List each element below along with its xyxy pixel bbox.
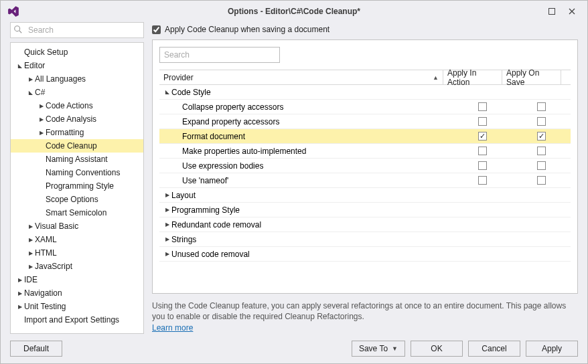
- tree-item[interactable]: ▶Code Actions: [11, 99, 143, 112]
- tree-item[interactable]: ▶All Languages: [11, 72, 143, 86]
- expand-down-icon: ◢: [27, 90, 35, 96]
- expand-right-icon: ▶: [16, 290, 24, 296]
- apply-on-save-checkbox[interactable]: [537, 161, 546, 170]
- expand-right-icon: ▶: [16, 277, 24, 283]
- provider-search-input[interactable]: [159, 47, 280, 63]
- expand-down-icon: ◢: [16, 63, 24, 69]
- tree-item-label: HTML: [35, 248, 57, 258]
- tree-item-label: Programming Style: [46, 181, 114, 191]
- tree-item-label: Naming Assistant: [46, 155, 108, 164]
- providers-panel: Provider ▲ Apply In Action Apply On Save…: [152, 39, 578, 294]
- table-header: Provider ▲ Apply In Action Apply On Save: [159, 70, 571, 85]
- table-group-row[interactable]: ▶Programming Style: [159, 203, 571, 217]
- table-row[interactable]: Use expression bodies: [159, 159, 571, 173]
- tree-item[interactable]: ▶HTML: [11, 246, 143, 260]
- tree-item-label: All Languages: [35, 74, 86, 84]
- tree-item[interactable]: ▶Unit Testing: [11, 300, 143, 313]
- row-label: Programming Style: [171, 205, 240, 215]
- tree-item[interactable]: Quick Setup: [11, 46, 143, 59]
- table-body[interactable]: ◢Code StyleCollapse property accessorsEx…: [159, 85, 571, 286]
- table-group-row[interactable]: ▶Unused code removal: [159, 247, 571, 262]
- expand-right-icon: ▶: [163, 236, 171, 242]
- expand-down-icon: ◢: [163, 89, 171, 95]
- learn-more-link[interactable]: Learn more: [152, 323, 193, 333]
- tree-item[interactable]: ▶Visual Basic: [11, 219, 143, 233]
- apply-cleanup-label: Apply Code Cleanup when saving a documen…: [165, 25, 329, 34]
- close-button[interactable]: [562, 3, 582, 19]
- maximize-button[interactable]: [542, 3, 562, 19]
- table-row[interactable]: Use 'nameof': [159, 173, 571, 188]
- apply-on-save-row[interactable]: Apply Code Cleanup when saving a documen…: [152, 22, 578, 39]
- tree-item[interactable]: Smart Semicolon: [11, 206, 143, 219]
- expand-right-icon: ▶: [27, 223, 35, 230]
- tree-item[interactable]: ◢Editor: [11, 59, 143, 72]
- apply-on-save-checkbox[interactable]: [537, 176, 546, 185]
- tree-item-label: JavaScript: [35, 262, 72, 271]
- apply-in-action-checkbox[interactable]: [478, 147, 487, 155]
- expand-right-icon: ▶: [16, 304, 24, 310]
- cancel-button[interactable]: Cancel: [468, 341, 520, 357]
- app-icon: [6, 4, 21, 19]
- column-apply-on-save[interactable]: Apply On Save: [502, 70, 561, 84]
- expand-right-icon: ▶: [27, 250, 35, 256]
- row-label: Code Style: [171, 88, 211, 97]
- options-window: Options - Editor\C#\Code Cleanup* Quick …: [0, 0, 588, 364]
- expand-right-icon: ▶: [38, 130, 46, 136]
- table-row[interactable]: Format document: [159, 129, 571, 144]
- tree-item[interactable]: ▶Navigation: [11, 286, 143, 300]
- ok-button[interactable]: OK: [411, 341, 463, 357]
- tree-item[interactable]: ▶XAML: [11, 233, 143, 246]
- hint-text: Using the Code Cleanup feature, you can …: [152, 301, 566, 322]
- apply-in-action-checkbox[interactable]: [478, 161, 487, 170]
- expand-right-icon: ▶: [38, 116, 46, 122]
- save-to-button[interactable]: Save To ▼: [352, 341, 405, 357]
- apply-in-action-checkbox[interactable]: [478, 176, 487, 185]
- apply-in-action-checkbox[interactable]: [478, 117, 487, 126]
- tree-item-label: Code Analysis: [46, 114, 96, 124]
- tree-item-label: Code Actions: [46, 101, 93, 110]
- apply-button[interactable]: Apply: [526, 341, 578, 357]
- tree-item-label: Navigation: [24, 288, 62, 298]
- svg-line-2: [19, 31, 22, 33]
- apply-in-action-checkbox[interactable]: [478, 102, 487, 111]
- tree-item-label: Unit Testing: [24, 302, 66, 311]
- tree-item-label: IDE: [24, 275, 38, 284]
- tree-item-label: Scope Options: [46, 195, 98, 204]
- tree-item[interactable]: Naming Conventions: [11, 166, 143, 179]
- table-row[interactable]: Make properties auto-implemented: [159, 144, 571, 159]
- table-group-row[interactable]: ▶Strings: [159, 232, 571, 247]
- apply-in-action-checkbox[interactable]: [478, 132, 487, 141]
- tree-item[interactable]: ◢C#: [11, 86, 143, 99]
- options-tree[interactable]: Quick Setup◢Editor▶All Languages◢C#▶Code…: [10, 42, 144, 334]
- tree-item[interactable]: ▶IDE: [11, 273, 143, 286]
- table-group-row[interactable]: ◢Code Style: [159, 85, 571, 100]
- tree-item[interactable]: ▶JavaScript: [11, 260, 143, 273]
- row-label: Make properties auto-implemented: [182, 147, 306, 156]
- apply-on-save-checkbox[interactable]: [537, 132, 546, 141]
- tree-item[interactable]: ▶Formatting: [11, 126, 143, 139]
- tree-item[interactable]: ▶Code Analysis: [11, 112, 143, 126]
- apply-on-save-checkbox[interactable]: [537, 102, 546, 111]
- tree-item[interactable]: Naming Assistant: [11, 153, 143, 166]
- apply-on-save-checkbox[interactable]: [537, 117, 546, 126]
- tree-item[interactable]: Code Cleanup: [11, 139, 143, 153]
- expand-right-icon: ▶: [38, 103, 46, 109]
- table-row[interactable]: Expand property accessors: [159, 114, 571, 129]
- tree-item[interactable]: Scope Options: [11, 193, 143, 206]
- tree-item[interactable]: Import and Export Settings: [11, 313, 143, 327]
- column-apply-in-action[interactable]: Apply In Action: [443, 70, 502, 84]
- default-button[interactable]: Default: [10, 341, 62, 357]
- table-group-row[interactable]: ▶Layout: [159, 188, 571, 203]
- apply-cleanup-checkbox[interactable]: [152, 25, 161, 34]
- table-row[interactable]: Collapse property accessors: [159, 100, 571, 114]
- svg-point-1: [15, 26, 20, 31]
- tree-item-label: Editor: [24, 61, 45, 70]
- tree-item-label: Visual Basic: [35, 221, 78, 231]
- table-group-row[interactable]: ▶Redundant code removal: [159, 217, 571, 232]
- row-label: Use 'nameof': [182, 176, 228, 185]
- tree-item[interactable]: Programming Style: [11, 179, 143, 193]
- apply-on-save-checkbox[interactable]: [537, 147, 546, 155]
- column-provider[interactable]: Provider ▲: [159, 70, 443, 84]
- sidebar-search-input[interactable]: [10, 22, 144, 38]
- tree-item-label: Smart Semicolon: [46, 208, 106, 217]
